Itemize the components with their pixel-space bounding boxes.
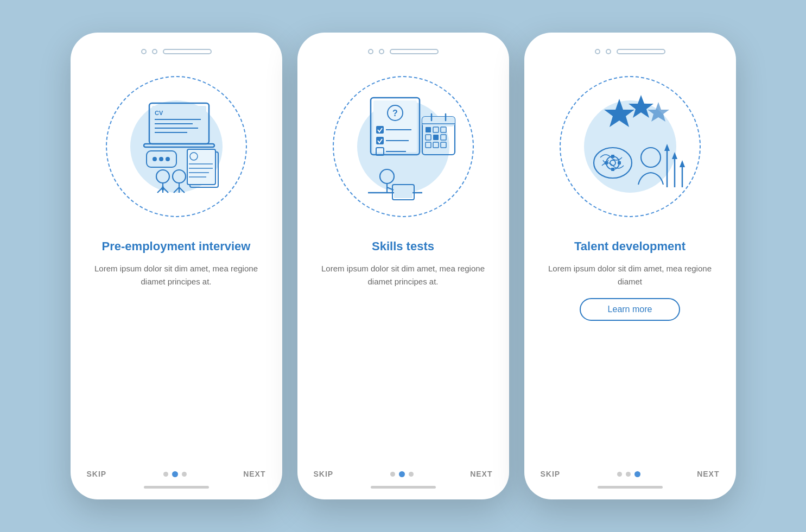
phone-dot-1 [368,49,373,54]
svg-rect-47 [433,135,439,140]
phone-3-next[interactable]: NEXT [697,470,719,478]
phone-3-footer: SKIP NEXT [541,464,720,478]
phone-3-svg-icon [570,87,690,206]
phone-dot-2 [379,49,384,54]
svg-rect-39 [422,117,455,126]
svg-point-9 [153,157,157,161]
svg-rect-7 [144,144,214,147]
phone-2-next[interactable]: NEXT [470,470,492,478]
svg-rect-34 [376,137,384,144]
phone-dot-2 [606,49,611,54]
dot-2 [172,471,178,477]
phone-1-footer: SKIP NEXT [87,464,266,478]
dot-3 [409,472,414,477]
svg-marker-74 [680,160,685,167]
phone-2-title: Skills tests [372,239,434,255]
svg-rect-48 [441,135,446,140]
svg-point-11 [166,157,170,161]
phone-3: Talent development Lorem ipsum dolor sit… [524,33,736,499]
phone-dot-2 [152,49,157,54]
phone-3-desc: Lorem ipsum dolor sit dim amet, mea regi… [541,262,720,288]
phone-2-home-indicator [371,486,436,489]
phone-dot-1 [141,49,147,54]
dot-3 [634,471,640,477]
svg-rect-45 [441,127,446,132]
svg-rect-32 [376,126,384,134]
phone-2-footer: SKIP NEXT [314,464,493,478]
svg-point-63 [610,160,615,166]
dot-2 [626,472,631,477]
svg-rect-43 [426,127,431,132]
svg-point-61 [594,148,632,178]
phone-1-home-indicator [144,486,209,489]
svg-marker-70 [664,144,670,151]
phone-1-svg-icon: CV [117,87,236,206]
svg-text:CV: CV [155,110,163,116]
svg-rect-67 [618,161,621,164]
svg-rect-46 [426,135,431,140]
phone-1-illustration: CV [95,65,258,228]
phone-1-skip[interactable]: SKIP [87,470,107,478]
svg-rect-64 [611,155,614,158]
svg-rect-51 [441,142,446,148]
phone-2-desc: Lorem ipsum dolor sit dim amet, mea regi… [314,262,493,288]
phone-2-dots [390,471,414,477]
svg-rect-66 [605,161,608,164]
phone-3-illustration [549,65,712,228]
phone-2-illustration: ? [322,65,485,228]
svg-point-12 [156,170,169,183]
dot-2 [399,471,405,477]
svg-rect-22 [187,149,215,185]
svg-rect-56 [394,186,412,198]
phone-1-title: Pre-employment interview [102,239,251,255]
phone-1-dots [163,471,187,477]
phone-2-svg-icon: ? [344,87,463,206]
svg-marker-16 [161,185,164,191]
svg-rect-49 [426,142,431,148]
phones-container: CV [71,33,736,499]
phone-3-home-indicator [598,486,663,489]
dot-3 [182,472,187,477]
svg-line-19 [174,187,179,193]
svg-point-10 [159,157,163,161]
svg-rect-65 [611,168,614,171]
dot-1 [390,472,395,477]
phone-pill [390,49,439,54]
svg-text:?: ? [392,109,398,118]
phone-pill [163,49,212,54]
learn-more-button[interactable]: Learn more [580,298,681,321]
phone-1-next[interactable]: NEXT [243,470,265,478]
phone-pill [617,49,665,54]
phone-1: CV [71,33,282,499]
svg-rect-50 [433,142,439,148]
svg-line-20 [179,187,185,193]
phone-2-header [314,49,493,54]
phone-1-desc: Lorem ipsum dolor sit dim amet, mea regi… [87,262,266,288]
dot-1 [617,472,622,477]
phone-3-title: Talent development [574,239,686,255]
phone-2-skip[interactable]: SKIP [314,470,334,478]
svg-marker-58 [604,99,634,127]
svg-marker-72 [672,152,677,159]
svg-point-52 [380,169,394,183]
svg-rect-44 [433,127,439,132]
svg-point-17 [173,170,186,183]
svg-marker-59 [629,95,653,118]
phone-3-header [541,49,720,54]
phone-1-header [87,49,266,54]
dot-1 [163,472,168,477]
phone-3-skip[interactable]: SKIP [541,470,561,478]
phone-3-dots [617,471,640,477]
svg-point-68 [641,148,661,167]
phone-dot-1 [595,49,600,54]
phone-2: ? [297,33,509,499]
